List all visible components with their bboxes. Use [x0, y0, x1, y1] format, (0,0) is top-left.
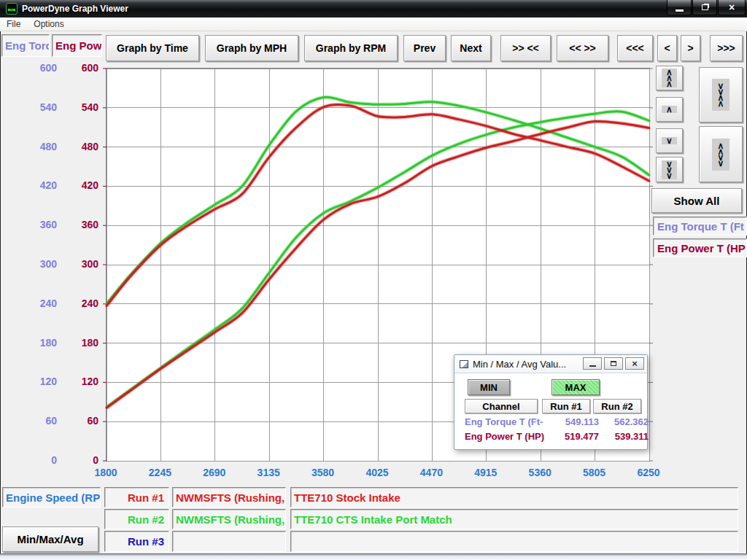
next-button[interactable]: Next	[451, 35, 491, 61]
run3-label[interactable]: Run #3	[104, 531, 169, 552]
collapse-vertical-button[interactable]: ∨∨∧∧	[699, 67, 743, 122]
chevron-triple-down-icon: ∨∨∨	[662, 160, 677, 179]
minmax-title-bar[interactable]: Min / Max / Avg Valu... ×	[454, 355, 647, 373]
x-tick-label: 4025	[355, 467, 399, 478]
chevron-triple-up-icon: ∧∧∧	[662, 69, 677, 88]
y-tick-label-power: 540	[58, 101, 98, 113]
column-header-run1[interactable]: Run #1	[542, 399, 590, 413]
graph-by-mph-button[interactable]: Graph by MPH	[205, 35, 298, 61]
minmax-minimize-button[interactable]	[583, 357, 602, 370]
minmax-window[interactable]: Min / Max / Avg Valu... × MIN MAX Channe…	[454, 354, 648, 450]
graph-by-time-button[interactable]: Graph by Time	[106, 35, 199, 61]
y-tick-label-torque: 60	[13, 415, 57, 427]
minmax-window-title: Min / Max / Avg Valu...	[473, 359, 566, 370]
y-tick-label-power: 240	[58, 298, 98, 309]
channel-button-power[interactable]: Eng Powe	[52, 34, 102, 57]
minimize-icon	[676, 9, 684, 12]
x-tick-label: 3580	[301, 467, 345, 478]
window-title: PowerDyne Graph Viewer	[22, 4, 128, 14]
column-header-channel[interactable]: Channel	[465, 399, 538, 413]
y-tick-label-torque: 540	[13, 101, 57, 113]
legend-power[interactable]: Eng Power T (HP	[653, 238, 747, 257]
y-tick-label-power: 300	[58, 258, 98, 270]
minmax-window-icon	[460, 360, 468, 368]
x-tick-label: 1800	[84, 467, 128, 478]
y-tick-label-power: 600	[58, 62, 98, 74]
y-tick-label-torque: 120	[13, 376, 57, 387]
minmaxavg-button[interactable]: Min/Max/Avg	[2, 526, 98, 552]
spin-up-button[interactable]: ∧	[656, 97, 683, 122]
run1-max-value: 519.477	[542, 431, 599, 442]
x-tick-label: 4915	[464, 467, 508, 478]
app-icon	[6, 3, 18, 15]
y-tick-label-power: 360	[58, 219, 98, 230]
y-tick-label-power: 120	[58, 376, 98, 387]
column-header-run2[interactable]: Run #2	[593, 399, 641, 413]
zoom-out-button[interactable]: << >>	[557, 35, 608, 61]
legend-torque[interactable]: Eng Torque T (Ft	[653, 217, 747, 236]
expand-vertical-button[interactable]: ∧∧∨∨	[699, 126, 743, 182]
table-row: Eng Torque T (Ft- 549.113 562.362	[465, 416, 643, 428]
app-window: PowerDyne Graph Viewer × File Options En…	[0, 0, 747, 560]
run2-file-field[interactable]: NWMSFTS (Rushing,	[172, 509, 286, 529]
chevrons-expand-vertical-icon: ∧∧∨∨	[712, 139, 730, 171]
spin-triple-down-button[interactable]: ∨∨∨	[656, 157, 683, 182]
show-all-button[interactable]: Show All	[651, 188, 742, 213]
y-tick-label-torque: 180	[13, 337, 57, 349]
close-icon: ×	[729, 2, 735, 12]
x-tick-label: 4470	[409, 467, 453, 478]
close-button[interactable]: ×	[718, 0, 746, 15]
zoom-in-button[interactable]: >> <<	[500, 35, 551, 61]
run1-file-field[interactable]: NWMSFTS (Rushing,	[172, 487, 286, 508]
run2-desc-field[interactable]: TTE710 CTS Intake Port Match	[290, 509, 738, 529]
close-icon: ×	[632, 359, 638, 368]
window-bottom-edge	[0, 553, 747, 560]
restore-button[interactable]	[692, 0, 717, 15]
restore-icon	[611, 361, 616, 366]
y-tick-label-torque: 480	[13, 141, 57, 152]
minimize-button[interactable]	[667, 0, 692, 15]
menu-item-options[interactable]: Options	[27, 18, 70, 31]
y-tick-label-torque: 0	[13, 454, 57, 466]
y-tick-label-power: 420	[58, 179, 98, 191]
run1-desc-field[interactable]: TTE710 Stock Intake	[290, 487, 738, 508]
run3-file-field[interactable]	[172, 531, 286, 552]
run3-desc-field[interactable]	[290, 531, 738, 552]
minmax-restore-button[interactable]	[604, 357, 623, 370]
x-tick-label: 3135	[247, 467, 290, 478]
max-button[interactable]: MAX	[551, 379, 600, 395]
x-axis-channel-button[interactable]: Engine Speed (RP	[2, 487, 101, 508]
x-tick-label: 5805	[573, 467, 616, 478]
chevron-down-icon: ∨	[662, 137, 677, 144]
x-tick-label: 2690	[193, 467, 236, 478]
spin-down-button[interactable]: ∨	[656, 128, 683, 153]
min-button[interactable]: MIN	[468, 379, 510, 395]
scroll-far-left-button[interactable]: <<<	[617, 35, 653, 61]
y-tick-label-torque: 300	[13, 258, 57, 270]
run1-max-value: 549.113	[542, 416, 599, 427]
channel-button-torque[interactable]: Eng Torq	[1, 34, 50, 57]
x-tick-label: 6250	[627, 467, 670, 478]
run1-label[interactable]: Run #1	[104, 487, 169, 508]
menu-item-file[interactable]: File	[0, 18, 27, 31]
scroll-left-button[interactable]: <	[657, 35, 677, 61]
run2-max-value: 539.311	[593, 431, 649, 442]
y-tick-label-torque: 360	[13, 219, 57, 230]
y-tick-label-power: 60	[58, 415, 98, 427]
y-tick-label-torque: 600	[13, 62, 57, 74]
y-tick-label-power: 180	[58, 337, 98, 349]
channel-name: Eng Power T (HP)	[465, 431, 546, 442]
minmax-close-button[interactable]: ×	[625, 357, 644, 370]
prev-button[interactable]: Prev	[403, 35, 446, 61]
scroll-right-button[interactable]: >	[681, 35, 700, 61]
restore-icon	[702, 4, 708, 10]
spin-triple-up-button[interactable]: ∧∧∧	[656, 66, 683, 90]
chevron-up-icon: ∧	[662, 106, 677, 113]
chevrons-collapse-vertical-icon: ∨∨∧∧	[712, 79, 730, 111]
scroll-far-right-button[interactable]: >>>	[710, 35, 743, 61]
title-bar[interactable]: PowerDyne Graph Viewer ×	[0, 0, 747, 18]
graph-by-rpm-button[interactable]: Graph by RPM	[304, 35, 398, 61]
run2-max-value: 562.362	[593, 416, 649, 427]
run2-label[interactable]: Run #2	[104, 509, 169, 529]
y-tick-label-power: 480	[58, 141, 98, 152]
